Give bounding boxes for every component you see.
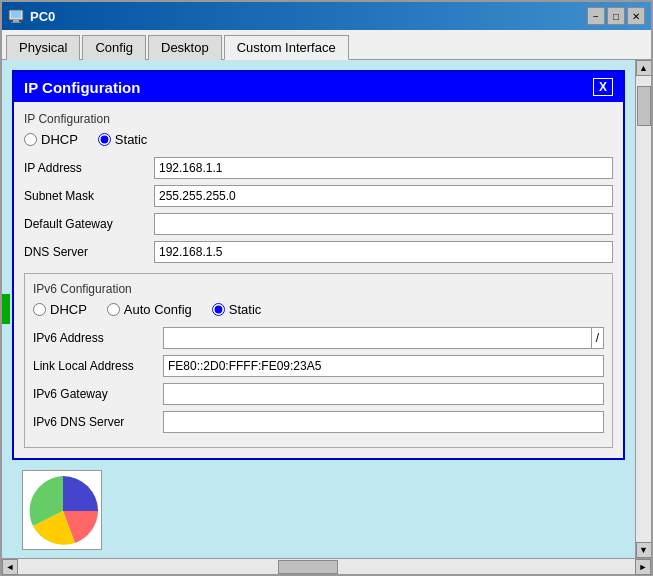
ip-config-panel: IP Configuration X IP Configuration DHCP…: [12, 70, 625, 460]
ipv6-auto-config-radio[interactable]: [107, 303, 120, 316]
static-radio[interactable]: [98, 133, 111, 146]
title-bar: PC0 − □ ✕: [2, 2, 651, 30]
ipv6-dhcp-radio-item[interactable]: DHCP: [33, 302, 87, 317]
ipv6-gateway-label: IPv6 Gateway: [33, 387, 163, 401]
dns-server-label: DNS Server: [24, 245, 154, 259]
scroll-down-button[interactable]: ▼: [636, 542, 652, 558]
default-gateway-row: Default Gateway: [24, 213, 613, 235]
ipv6-address-input[interactable]: [164, 328, 591, 348]
ipv6-dns-server-row: IPv6 DNS Server: [33, 411, 604, 433]
link-local-address-row: Link Local Address: [33, 355, 604, 377]
side-indicator: [2, 294, 10, 324]
ip-address-label: IP Address: [24, 161, 154, 175]
computer-icon: [8, 8, 24, 24]
title-buttons: − □ ✕: [587, 7, 645, 25]
svg-rect-1: [11, 11, 21, 18]
svg-rect-3: [11, 22, 21, 23]
subnet-mask-row: Subnet Mask: [24, 185, 613, 207]
tab-config[interactable]: Config: [82, 35, 146, 60]
ipv6-static-radio[interactable]: [212, 303, 225, 316]
vertical-scrollbar[interactable]: ▲ ▼: [635, 60, 651, 558]
ipv6-mode-radio-group: DHCP Auto Config Static: [33, 302, 604, 317]
ipv6-address-label: IPv6 Address: [33, 331, 163, 345]
thumbnail: [22, 470, 102, 550]
ipv6-dns-server-input[interactable]: [163, 411, 604, 433]
scroll-up-button[interactable]: ▲: [636, 60, 652, 76]
main-window: PC0 − □ ✕ Physical Config Desktop Custom…: [0, 0, 653, 576]
close-button[interactable]: ✕: [627, 7, 645, 25]
ipv6-auto-config-radio-item[interactable]: Auto Config: [107, 302, 192, 317]
maximize-button[interactable]: □: [607, 7, 625, 25]
ipv6-address-row: IPv6 Address /: [33, 327, 604, 349]
scroll-track[interactable]: [636, 76, 651, 542]
subnet-mask-input[interactable]: [154, 185, 613, 207]
svg-rect-2: [13, 20, 19, 22]
ipv6-gateway-row: IPv6 Gateway: [33, 383, 604, 405]
tab-bar: Physical Config Desktop Custom Interface: [2, 30, 651, 60]
tab-physical[interactable]: Physical: [6, 35, 80, 60]
hscroll-track[interactable]: [18, 559, 635, 574]
ip-mode-radio-group: DHCP Static: [24, 132, 613, 147]
tab-custom-interface[interactable]: Custom Interface: [224, 35, 349, 60]
static-label: Static: [115, 132, 148, 147]
scroll-right-button[interactable]: ►: [635, 559, 651, 575]
link-local-address-label: Link Local Address: [33, 359, 163, 373]
scroll-left-button[interactable]: ◄: [2, 559, 18, 575]
minimize-button[interactable]: −: [587, 7, 605, 25]
scroll-thumb[interactable]: [637, 86, 651, 126]
dhcp-radio-item[interactable]: DHCP: [24, 132, 78, 147]
dns-server-row: DNS Server: [24, 241, 613, 263]
link-local-address-input[interactable]: [163, 355, 604, 377]
thumbnail-chart: [23, 471, 103, 551]
horizontal-scrollbar[interactable]: ◄ ►: [2, 558, 651, 574]
title-bar-left: PC0: [8, 8, 55, 24]
ip-address-row: IP Address: [24, 157, 613, 179]
ipv6-section-label: IPv6 Configuration: [33, 282, 604, 296]
ipv6-static-label: Static: [229, 302, 262, 317]
window-title: PC0: [30, 9, 55, 24]
ipv6-static-radio-item[interactable]: Static: [212, 302, 262, 317]
ip-config-body: IP Configuration DHCP Static: [14, 102, 623, 458]
ip-config-close-button[interactable]: X: [593, 78, 613, 96]
subnet-mask-label: Subnet Mask: [24, 189, 154, 203]
ip-config-title: IP Configuration: [24, 79, 140, 96]
dhcp-radio[interactable]: [24, 133, 37, 146]
ipv6-address-wrapper: /: [163, 327, 604, 349]
ipv6-dns-server-label: IPv6 DNS Server: [33, 415, 163, 429]
ipv6-config-section: IPv6 Configuration DHCP Auto Config: [24, 273, 613, 448]
dns-server-input[interactable]: [154, 241, 613, 263]
thumbnail-area: [12, 470, 625, 558]
ipv6-gateway-input[interactable]: [163, 383, 604, 405]
static-radio-item[interactable]: Static: [98, 132, 148, 147]
ipv6-dhcp-label: DHCP: [50, 302, 87, 317]
ipv6-auto-config-label: Auto Config: [124, 302, 192, 317]
dhcp-label: DHCP: [41, 132, 78, 147]
default-gateway-label: Default Gateway: [24, 217, 154, 231]
ipv6-slash: /: [591, 328, 603, 348]
ip-config-section-label: IP Configuration: [24, 112, 613, 126]
ipv6-dhcp-radio[interactable]: [33, 303, 46, 316]
default-gateway-input[interactable]: [154, 213, 613, 235]
ip-config-header: IP Configuration X: [14, 72, 623, 102]
tab-desktop[interactable]: Desktop: [148, 35, 222, 60]
ip-address-input[interactable]: [154, 157, 613, 179]
content-area: IP Configuration X IP Configuration DHCP…: [2, 60, 635, 558]
hscroll-thumb[interactable]: [278, 560, 338, 574]
main-content: IP Configuration X IP Configuration DHCP…: [2, 60, 651, 558]
